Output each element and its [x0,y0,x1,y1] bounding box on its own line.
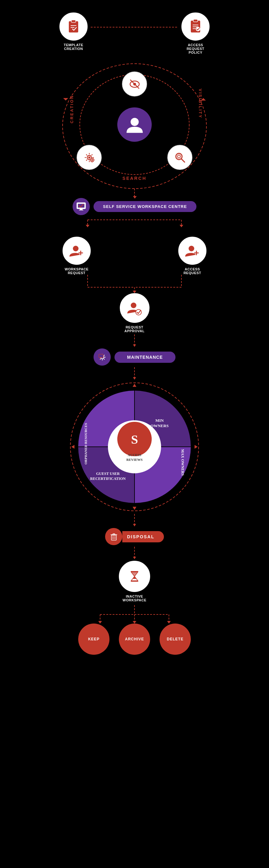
svg-marker-111 [133,557,136,559]
connector-to-inactive [134,547,135,559]
eye-slash-node [122,71,147,96]
svg-text:ORPHANED RESOURCES: ORPHANED RESOURCES [84,423,87,465]
svg-marker-99 [133,507,136,510]
eye-slash-circle [122,71,147,96]
svg-rect-113 [131,581,138,582]
delete-circle: DELETE [160,623,191,655]
access-request-label: ACCESSREQUEST [184,267,201,275]
svg-marker-101 [194,445,198,449]
template-creation: TEMPLATE CREATION [59,12,87,54]
connector-to-maintenance [134,334,135,347]
svg-rect-45 [79,210,83,211]
bottom-connectors [84,605,185,625]
access-reviews-wheel: S ACCESS REVIEWS MIN OWNERS MAX OWNERS G… [69,381,200,513]
svg-marker-67 [133,344,136,347]
inactive-workspace-label: INACTIVEWORKSPACE [123,594,146,602]
access-request-policy-circle [182,12,210,40]
svg-marker-50 [180,225,183,227]
svg-line-26 [86,154,87,155]
request-approval-circle [120,293,150,323]
template-creation-label: TEMPLATE CREATION [64,43,83,51]
svg-text:REVIEWS: REVIEWS [126,458,143,462]
svg-point-37 [177,155,180,158]
svg-rect-112 [131,571,138,572]
bottom-options-row: KEEP ARCHIVE DELETE [78,623,191,655]
svg-marker-48 [86,225,89,227]
connector-to-disposal [134,514,135,526]
svg-line-76 [100,359,101,359]
svg-point-21 [88,156,90,159]
svg-line-38 [182,159,185,162]
svg-rect-1 [71,20,76,23]
archive-circle: ARCHIVE [119,623,150,655]
svg-marker-81 [133,377,136,380]
svg-point-64 [131,303,136,308]
svg-line-29 [86,160,87,160]
svg-line-28 [91,154,92,155]
visibility-label: VISIBILITY [198,89,203,119]
svg-text:S: S [131,432,138,446]
self-service-connectors [62,220,207,237]
request-approval-label: REQUESTAPPROVAL [125,326,144,333]
workspace-request-label: WORKSPACE REQUEST [65,267,88,275]
template-creation-circle [59,12,87,40]
svg-line-74 [104,359,104,359]
disposal-row: DISPOSAL [105,528,164,545]
svg-marker-63 [133,291,136,293]
disposal-icon [105,528,122,545]
workspace-request: WORKSPACE REQUEST [62,237,91,275]
svg-marker-119 [133,621,136,623]
svg-rect-106 [113,534,115,534]
request-row: WORKSPACE REQUEST ACCESSREQUEST [62,237,207,275]
svg-text:MIN: MIN [156,418,164,423]
svg-point-31 [91,159,93,161]
svg-marker-117 [98,621,102,623]
svg-text:ACCESS: ACCESS [128,453,141,457]
self-service-label: SELF SERVICE WORKSPACE CENTRE [93,201,196,212]
svg-rect-0 [69,21,78,32]
approval-connectors [62,275,207,295]
diagram-container: TEMPLATE CREATION [0,0,269,674]
access-request-policy: ACCESSREQUESTPOLICY [182,12,210,54]
svg-point-65 [136,309,141,315]
svg-line-75 [104,355,104,355]
inactive-workspace: INACTIVEWORKSPACE [119,561,150,602]
search-node [167,145,192,170]
workspace-request-circle [62,237,91,265]
svg-rect-77 [99,354,103,357]
maintenance-icon [93,348,111,366]
svg-point-55 [189,246,194,251]
svg-text:GUEST USER: GUEST USER [96,471,120,476]
inactive-workspace-circle [119,561,150,592]
search-circle [167,145,192,170]
keep-circle: KEEP [78,623,109,655]
creation-label: CREATION [70,95,74,123]
svg-text:OWNERS: OWNERS [151,423,169,428]
svg-text:MAX OWNERS: MAX OWNERS [181,449,185,475]
svg-rect-7 [193,19,198,22]
svg-point-52 [73,246,79,251]
svg-marker-103 [133,524,136,526]
center-person-circle [117,107,152,142]
maintenance-label: MAINTENANCE [114,351,175,363]
svg-point-16 [130,118,139,126]
maintenance-row: MAINTENANCE [93,348,175,366]
access-request-circle [178,237,207,265]
disposal-label: DISPOSAL [122,531,164,542]
svg-marker-100 [71,445,75,449]
svg-marker-98 [133,384,136,387]
connector-to-wheel [134,367,135,380]
svg-marker-13 [63,98,68,100]
access-request-policy-label: ACCESSREQUESTPOLICY [187,43,205,54]
svg-text:RECERTIFICATION: RECERTIFICATION [90,476,126,481]
settings-node [77,145,102,170]
access-request: ACCESSREQUEST [178,237,207,275]
request-approval: REQUESTAPPROVAL [120,293,150,333]
self-service-row: SELF SERVICE WORKSPACE CENTRE [73,198,196,215]
settings-circle [77,145,102,170]
svg-marker-121 [167,621,171,623]
self-service-icon [73,198,90,215]
